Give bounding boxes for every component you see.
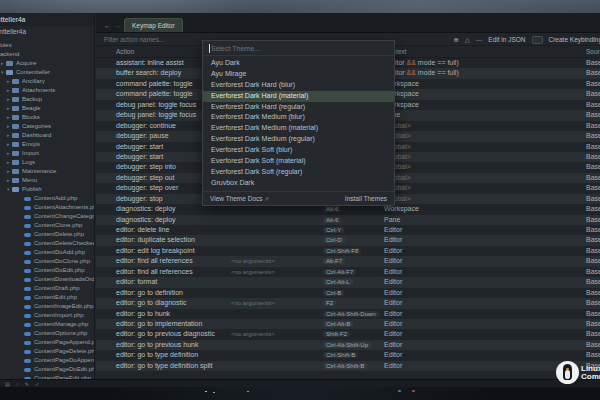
theme-option[interactable]: Everforest Dark Hard (material)	[203, 91, 394, 102]
keybinding-row[interactable]: editor: delete lineCtrl-YEditorBase	[96, 225, 600, 235]
theme-option[interactable]: Everforest Dark Hard (regular)	[203, 102, 394, 113]
tree-folder-item[interactable]: ▸Beagle	[0, 104, 94, 113]
keybinding-row[interactable]: editor: go to previous hunkCtrl-Alt-Shif…	[96, 340, 600, 350]
keybinding-row[interactable]: editor: duplicate selectionCtrl-DEditorB…	[96, 235, 600, 245]
tree-folder-item[interactable]: Modules	[0, 41, 94, 50]
tree-file-item[interactable]: ContentDoClone.php	[0, 257, 94, 266]
keybinding-row[interactable]: editor: go to diagnostic<no arguments>F2…	[96, 298, 600, 308]
tree-folder-item[interactable]: ▸Menu	[0, 176, 94, 185]
context-cell: Editor	[384, 267, 402, 277]
tree-folder-item[interactable]: ▸Import	[0, 149, 94, 158]
tree-file-item[interactable]: ContentDeleteChecked.php	[0, 239, 94, 248]
tree-folder-item[interactable]: ▾Contentteller	[0, 68, 94, 77]
theme-option[interactable]: Everforest Dark Hard (blur)	[203, 80, 394, 91]
keybinding-row[interactable]: editor: go to previous diagnostic<no arg…	[96, 329, 600, 339]
tree-folder-item[interactable]: ▸Emojis	[0, 140, 94, 149]
tree-file-item[interactable]: ContentImageEdit.php	[0, 302, 94, 311]
tree-file-item[interactable]: ContentDraft.php	[0, 284, 94, 293]
theme-option[interactable]: Ayu Mirage	[203, 69, 394, 80]
tree-file-item[interactable]: ContentPageDelete.php	[0, 347, 94, 356]
theme-search-input[interactable]: Select Theme...	[203, 41, 394, 56]
keybinding-row[interactable]: editor: go to type definitionCtrl-Shift-…	[96, 350, 600, 360]
tree-file-item[interactable]: ContentDoAdd.php	[0, 248, 94, 257]
tree-folder-item[interactable]: ▸Ancillary	[0, 77, 94, 86]
tree-folder-item[interactable]: ▸Dashboard	[0, 131, 94, 140]
tree-file-item[interactable]: ContentAttachments.php	[0, 203, 94, 212]
tree-folder-item[interactable]: ▸Acquire	[0, 59, 94, 68]
tree-folder-item[interactable]: ▸Attachments	[0, 86, 94, 95]
create-keybinding-button[interactable]: Create Keybinding	[549, 36, 600, 43]
theme-option[interactable]: Gruvbox Dark	[203, 178, 394, 189]
project-root-item[interactable]: Contentteller4a	[0, 26, 94, 38]
nav-back-icon[interactable]: ←	[104, 22, 111, 29]
action-cell: editor: edit log breakpoint	[116, 246, 195, 256]
keymap-list-icon[interactable]: ≣	[453, 36, 458, 44]
conflict-warning-icon[interactable]: △	[465, 36, 470, 44]
source-cell: Base	[586, 79, 600, 89]
keybinding-row[interactable]: editor: formatCtrl-Alt-LEditorBase	[96, 277, 600, 287]
tree-file-item[interactable]: ContentPageAppend.php	[0, 338, 94, 347]
tree-file-item[interactable]: ContentDelete.php	[0, 230, 94, 239]
keystroke-cell: Ctrl-Y	[323, 225, 344, 235]
theme-option[interactable]: Everforest Dark Medium (material)	[203, 123, 394, 134]
theme-option[interactable]: Everforest Dark Soft (regular)	[203, 167, 394, 178]
tree-file-item[interactable]: ContentPageDoEdit.php	[0, 365, 94, 374]
keybinding-row[interactable]: editor: edit log breakpointCtrl-Shift-F8…	[96, 246, 600, 256]
tree-file-item[interactable]: ContentDoEdit.php	[0, 266, 94, 275]
install-themes-button[interactable]: Install Themes	[345, 195, 387, 202]
keybinding-row[interactable]: editor: go to type definition splitCtrl-…	[96, 361, 600, 371]
tree-file-item[interactable]: ContentImport.php	[0, 311, 94, 320]
folder-icon	[12, 187, 19, 192]
arguments-cell: <no arguments>	[231, 329, 275, 339]
tree-item-label: Publish	[22, 185, 42, 194]
theme-option[interactable]: Everforest Dark Soft (material)	[203, 156, 394, 167]
keybinding-row[interactable]: editor: go to implementationCtrl-Alt-BEd…	[96, 319, 600, 329]
tree-file-item[interactable]: ContentAdd.php	[0, 194, 94, 203]
theme-option[interactable]: Everforest Dark Soft (blur)	[203, 145, 394, 156]
nav-forward-icon[interactable]: →	[114, 22, 121, 29]
keybinding-row[interactable]: editor: find all references<no arguments…	[96, 267, 600, 277]
tree-item-label: Logs	[22, 158, 35, 167]
source-cell: Base	[586, 89, 600, 99]
tree-file-item[interactable]: ContentChangeCategories.php	[0, 212, 94, 221]
check-icon[interactable]: ✓	[35, 380, 39, 388]
action-cell: editor: go to previous hunk	[116, 340, 199, 350]
tree-folder-item[interactable]: ▸Blocks	[0, 113, 94, 122]
keystroke-cell: Ctrl-Shift-B	[323, 350, 358, 360]
tree-file-item[interactable]: ContentEdit.php	[0, 293, 94, 302]
php-file-icon	[24, 287, 31, 291]
theme-option[interactable]: Ayu Dark	[203, 58, 394, 69]
php-file-icon	[24, 251, 31, 255]
source-cell: Base	[586, 267, 600, 277]
tree-folder-item[interactable]: ▸Backup	[0, 95, 94, 104]
keybinding-row[interactable]: editor: go to hunkCtrl-Alt-Shift-DownEdi…	[96, 309, 600, 319]
tree-file-item[interactable]: ContentDownloadsOrder.php	[0, 275, 94, 284]
tree-folder-item[interactable]: ▸Categories	[0, 122, 94, 131]
keybinding-row[interactable]: editor: go to definitionCtrl-BEditorBase	[96, 288, 600, 298]
filter-actions-input[interactable]: Filter action names...	[104, 33, 164, 46]
tree-folder-item[interactable]: ▸Logs	[0, 158, 94, 167]
theme-option[interactable]: Everforest Dark Medium (blur)	[203, 112, 394, 123]
tree-folder-item[interactable]: ▾Publish	[0, 185, 94, 194]
action-cell: editor: go to implementation	[116, 319, 202, 329]
context-cell: Pane	[384, 215, 400, 225]
edit-icon[interactable]: ✎	[25, 380, 29, 388]
view-theme-docs-link[interactable]: View Theme Docs ↗	[210, 195, 269, 202]
php-file-icon	[24, 260, 31, 264]
column-header-action: Action	[116, 46, 134, 58]
panel-icon[interactable]: ▤	[5, 380, 10, 388]
tree-file-item[interactable]: ContentManage.php	[0, 320, 94, 329]
wallpaper-light	[247, 391, 249, 392]
tree-file-item[interactable]: ContentOptions.php	[0, 329, 94, 338]
edit-in-json-button[interactable]: Edit in JSON	[488, 36, 525, 43]
keybinding-row[interactable]: editor: find all references<no arguments…	[96, 256, 600, 266]
search-icon[interactable]: ○	[16, 380, 19, 388]
folder-icon	[12, 97, 19, 102]
tree-file-item[interactable]: ContentPageDoAppend.php	[0, 356, 94, 365]
tree-folder-item[interactable]: Backend	[0, 50, 94, 59]
tree-folder-item[interactable]: ▸Maintenance	[0, 167, 94, 176]
tab-keymap-editor[interactable]: Keymap Editor	[124, 18, 183, 32]
keybinding-row[interactable]: diagnostics: deployAlt-6PaneBase	[96, 215, 600, 225]
tree-file-item[interactable]: ContentClone.php	[0, 221, 94, 230]
theme-option[interactable]: Everforest Dark Medium (regular)	[203, 134, 394, 145]
